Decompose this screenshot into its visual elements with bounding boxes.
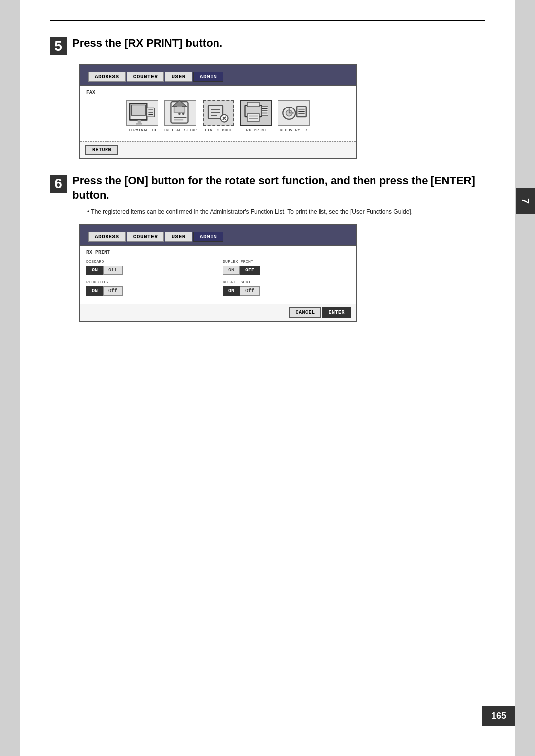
screen1-body: FAX: [80, 85, 356, 141]
tab-counter-1[interactable]: COUNTER: [127, 72, 164, 82]
top-divider: [50, 20, 485, 21]
right-settings: DUPLEX PRINT ON OFF ROTATE SORT ON Off: [223, 259, 350, 296]
bullet-content: The registered items can be confirmed in…: [91, 208, 413, 215]
terminal-id-icon-box[interactable]: [126, 100, 158, 126]
reduction-off-button[interactable]: Off: [103, 286, 123, 296]
svg-point-12: [182, 112, 185, 115]
discard-off-button[interactable]: Off: [103, 266, 123, 275]
svg-rect-16: [177, 106, 182, 110]
discard-group: DISCARD ON Off: [86, 259, 213, 275]
duplex-off-button[interactable]: OFF: [240, 266, 260, 275]
step5-header: 5 Press the [RX PRINT] button.: [50, 36, 485, 55]
initial-setup-label: INITIAL SETUP: [164, 128, 197, 132]
step6-header: 6 Press the [ON] button for the rotate s…: [50, 174, 485, 202]
tab-bar-2: ADDRESS COUNTER USER ADMIN: [84, 232, 352, 242]
svg-rect-4: [136, 123, 142, 124]
rotate-sort-off-button[interactable]: Off: [240, 286, 260, 296]
rotate-sort-group: ROTATE SORT ON Off: [223, 280, 350, 296]
step6-title: Press the [ON] button for the rotate sor…: [72, 174, 485, 202]
line2-mode-icon: [204, 99, 233, 127]
screen2: ADDRESS COUNTER USER ADMIN RX PRINT DISC…: [79, 224, 357, 322]
rxprint-label: RX PRINT: [246, 128, 267, 132]
return-bar: RETURN: [80, 141, 356, 158]
reduction-label: REDUCTION: [86, 280, 213, 284]
step5-number: 5: [50, 37, 67, 55]
duplex-on-button[interactable]: ON: [223, 266, 240, 275]
return-button[interactable]: RETURN: [85, 145, 118, 155]
svg-rect-3: [138, 120, 141, 123]
chapter-tab: 7: [516, 188, 535, 214]
cancel-button[interactable]: CANCEL: [289, 307, 321, 318]
initial-setup-item: INITIAL SETUP: [164, 100, 197, 132]
recovery-tx-item: RECOVERY TX: [278, 100, 310, 132]
action-bar: CANCEL ENTER: [80, 304, 356, 321]
rxprint-icon: [241, 99, 271, 127]
tab-admin-2[interactable]: ADMIN: [193, 232, 224, 242]
terminal-id-icon: [127, 99, 158, 128]
recovery-tx-icon-box[interactable]: [278, 100, 310, 126]
line2-mode-icon-box[interactable]: [203, 100, 234, 126]
screen2-body: RX PRINT DISCARD ON Off REDUCTION: [80, 245, 356, 304]
tab-bar-1: ADDRESS COUNTER USER ADMIN: [84, 72, 352, 82]
svg-point-11: [178, 112, 181, 115]
rx-print-section-label: RX PRINT: [86, 250, 350, 255]
reduction-btn-group: ON Off: [86, 286, 213, 296]
tab-user-2[interactable]: USER: [165, 232, 192, 242]
screen2-header: ADDRESS COUNTER USER ADMIN: [80, 225, 356, 245]
tab-address-1[interactable]: ADDRESS: [88, 72, 126, 82]
page-number: 165: [482, 706, 515, 726]
svg-rect-26: [247, 114, 259, 121]
reduction-on-button[interactable]: ON: [86, 286, 103, 296]
duplex-group: DUPLEX PRINT ON OFF: [223, 259, 350, 275]
duplex-label: DUPLEX PRINT: [223, 259, 350, 264]
icon-row: TERMINAL ID: [86, 100, 350, 132]
recovery-tx-icon: [278, 99, 309, 128]
reduction-group: REDUCTION ON Off: [86, 280, 213, 296]
rxprint-item: RX PRINT: [240, 100, 272, 132]
discard-btn-group: ON Off: [86, 266, 213, 275]
tab-address-2[interactable]: ADDRESS: [88, 232, 126, 242]
main-content: 5 Press the [RX PRINT] button. ADDRESS C…: [20, 0, 515, 756]
left-settings: DISCARD ON Off REDUCTION ON Off: [86, 259, 213, 296]
initial-setup-icon: [165, 99, 196, 128]
settings-grid: DISCARD ON Off REDUCTION ON Off: [86, 259, 350, 296]
tab-counter-2[interactable]: COUNTER: [127, 232, 164, 242]
duplex-btn-group: ON OFF: [223, 266, 350, 275]
discard-label: DISCARD: [86, 259, 213, 264]
terminal-id-label: TERMINAL ID: [128, 128, 156, 132]
svg-rect-25: [247, 102, 259, 107]
tab-user-1[interactable]: USER: [165, 72, 192, 82]
tab-admin-1[interactable]: ADMIN: [193, 72, 224, 82]
rxprint-icon-box[interactable]: [240, 100, 272, 126]
rotate-sort-label: ROTATE SORT: [223, 280, 350, 284]
line2-mode-label: LINE 2 MODE: [205, 128, 232, 132]
step6-bullet: • The registered items can be confirmed …: [87, 207, 485, 216]
screen1-header: ADDRESS COUNTER USER ADMIN: [80, 65, 356, 85]
line2-mode-item: LINE 2 MODE: [203, 100, 234, 132]
recovery-tx-label: RECOVERY TX: [280, 128, 308, 132]
initial-setup-icon-box[interactable]: [164, 100, 196, 126]
step5-title: Press the [RX PRINT] button.: [72, 36, 222, 51]
fax-label: FAX: [86, 90, 350, 95]
rotate-sort-btn-group: ON Off: [223, 286, 350, 296]
discard-on-button[interactable]: ON: [86, 266, 103, 275]
rotate-sort-on-button[interactable]: ON: [223, 286, 240, 296]
terminal-id-item: TERMINAL ID: [126, 100, 158, 132]
step6-number: 6: [50, 175, 67, 193]
svg-rect-1: [131, 105, 145, 115]
enter-button[interactable]: ENTER: [322, 307, 351, 318]
screen1: ADDRESS COUNTER USER ADMIN FAX: [79, 64, 357, 159]
